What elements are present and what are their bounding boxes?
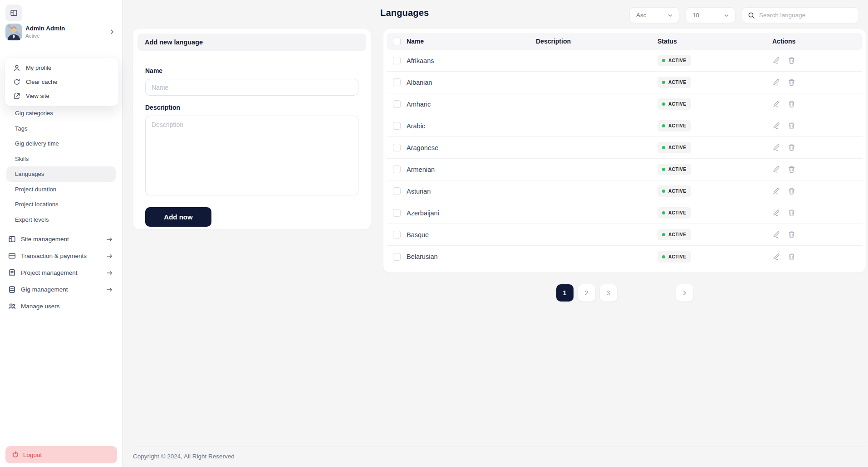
refresh-icon xyxy=(13,78,20,86)
row-checkbox[interactable] xyxy=(393,165,401,173)
per-page-select[interactable]: 10 xyxy=(686,7,736,23)
panel-layout-icon xyxy=(10,9,18,17)
menu-item-view-site[interactable]: View site xyxy=(5,89,118,103)
arrow-right-icon xyxy=(106,286,113,293)
sidebar-section-site-management[interactable]: Site management xyxy=(0,231,122,248)
delete-icon[interactable] xyxy=(788,231,795,238)
delete-icon[interactable] xyxy=(788,165,795,173)
language-name: Basque xyxy=(407,231,536,238)
edit-icon[interactable] xyxy=(772,122,780,130)
name-field[interactable] xyxy=(145,79,358,96)
section-label: Gig management xyxy=(21,286,68,293)
chevron-right-icon[interactable] xyxy=(108,28,116,35)
sidebar-item-languages[interactable]: Languages xyxy=(6,166,116,182)
chevron-down-icon xyxy=(667,12,673,19)
power-icon xyxy=(12,451,19,458)
sidebar-item-tags[interactable]: Tags xyxy=(0,121,122,136)
row-checkbox[interactable] xyxy=(393,78,401,86)
row-checkbox[interactable] xyxy=(393,187,401,195)
sidebar-item-expert-levels[interactable]: Expert levels xyxy=(0,212,122,228)
menu-item-my-profile[interactable]: My profile xyxy=(5,61,118,75)
user-name: Admin Admin xyxy=(25,25,65,32)
arrow-right-icon xyxy=(106,269,113,277)
status-dot-icon xyxy=(662,124,665,127)
sidebar-section-project-management[interactable]: Project management xyxy=(0,264,122,281)
delete-icon[interactable] xyxy=(788,122,795,130)
status-label: ACTIVE xyxy=(668,254,687,259)
avatar[interactable] xyxy=(5,24,22,40)
chevron-down-icon xyxy=(723,12,730,19)
status-dot-icon xyxy=(662,102,665,106)
delete-icon[interactable] xyxy=(788,253,795,261)
table-header-row: Name Description Status Actions xyxy=(387,33,863,50)
language-name: Armenian xyxy=(407,166,536,173)
section-label: Manage users xyxy=(21,303,60,310)
edit-icon[interactable] xyxy=(772,57,780,64)
delete-icon[interactable] xyxy=(788,57,795,64)
pagination: 123 xyxy=(383,284,866,302)
edit-icon[interactable] xyxy=(772,100,780,108)
delete-icon[interactable] xyxy=(788,100,795,108)
description-label: Description xyxy=(145,104,358,111)
column-header-description: Description xyxy=(536,38,657,45)
sidebar-toggle-button[interactable] xyxy=(5,5,22,21)
sidebar-section-transaction-payments[interactable]: Transaction & payments xyxy=(0,248,122,264)
row-checkbox[interactable] xyxy=(393,122,401,130)
row-checkbox[interactable] xyxy=(393,57,401,64)
edit-icon[interactable] xyxy=(772,231,780,238)
table-row: Arabic ACTIVE xyxy=(387,115,863,137)
users-icon xyxy=(8,302,16,310)
section-label: Transaction & payments xyxy=(21,253,87,259)
table-row: Basque ACTIVE xyxy=(387,224,863,246)
sidebar-divider xyxy=(0,47,122,47)
status-dot-icon xyxy=(662,81,665,84)
per-page-value: 10 xyxy=(692,12,699,19)
row-checkbox[interactable] xyxy=(393,253,401,261)
delete-icon[interactable] xyxy=(788,187,795,195)
row-checkbox[interactable] xyxy=(393,144,401,151)
status-dot-icon xyxy=(662,190,665,193)
taxonomy-nav: Gig categoriesTagsGig delivery timeSkill… xyxy=(0,106,122,227)
edit-icon[interactable] xyxy=(772,253,780,261)
select-all-checkbox[interactable] xyxy=(393,38,401,45)
sidebar-item-project-duration[interactable]: Project duration xyxy=(0,182,122,197)
delete-icon[interactable] xyxy=(788,78,795,86)
delete-icon[interactable] xyxy=(788,209,795,217)
sidebar-item-skills[interactable]: Skills xyxy=(0,151,122,167)
status-label: ACTIVE xyxy=(668,210,687,215)
edit-icon[interactable] xyxy=(772,165,780,173)
next-page-button[interactable] xyxy=(676,284,693,302)
status-label: ACTIVE xyxy=(668,232,687,237)
table-row: Aragonese ACTIVE xyxy=(387,137,863,159)
page-button-1[interactable]: 1 xyxy=(556,284,574,302)
delete-icon[interactable] xyxy=(788,144,795,151)
language-name: Azerbaijani xyxy=(407,209,536,217)
edit-icon[interactable] xyxy=(772,78,780,86)
row-checkbox[interactable] xyxy=(393,209,401,217)
description-field[interactable] xyxy=(145,116,358,195)
page-button-2[interactable]: 2 xyxy=(578,284,595,302)
edit-icon[interactable] xyxy=(772,209,780,217)
sidebar-item-project-locations[interactable]: Project locations xyxy=(0,197,122,212)
status-badge: ACTIVE xyxy=(657,185,691,197)
status-label: ACTIVE xyxy=(668,167,687,172)
sidebar-section-gig-management[interactable]: Gig management xyxy=(0,281,122,298)
page-button-3[interactable]: 3 xyxy=(600,284,617,302)
sidebar-item-gig-delivery-time[interactable]: Gig delivery time xyxy=(0,136,122,151)
menu-item-label: Clear cache xyxy=(26,78,57,85)
search-input[interactable] xyxy=(759,12,853,19)
sidebar-item-gig-categories[interactable]: Gig categories xyxy=(0,106,122,121)
menu-item-clear-cache[interactable]: Clear cache xyxy=(5,75,118,89)
row-checkbox[interactable] xyxy=(393,231,401,238)
row-checkbox[interactable] xyxy=(393,100,401,108)
sort-order-select[interactable]: Asc xyxy=(629,7,679,23)
edit-icon[interactable] xyxy=(772,144,780,151)
status-dot-icon xyxy=(662,146,665,149)
logout-button[interactable]: Logout xyxy=(5,446,117,463)
add-now-button[interactable]: Add now xyxy=(145,207,211,227)
edit-icon[interactable] xyxy=(772,187,780,195)
sidebar-section-manage-users[interactable]: Manage users xyxy=(0,298,122,315)
status-badge: ACTIVE xyxy=(657,98,691,110)
status-label: ACTIVE xyxy=(668,189,687,194)
form-title: Add new language xyxy=(137,34,366,51)
